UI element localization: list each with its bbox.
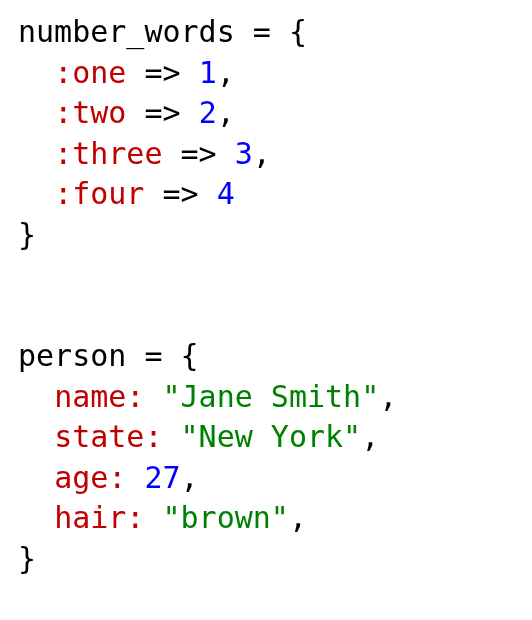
open-brace: { (181, 338, 199, 373)
space (126, 460, 144, 495)
identifier: number_words (18, 14, 235, 49)
code-block: number_words = { :one => 1, :two => 2, :… (0, 0, 532, 591)
comma: , (379, 379, 397, 414)
symbol-key: hair: (54, 500, 144, 535)
line: age: 27, (18, 460, 199, 495)
identifier: person (18, 338, 126, 373)
line: :two => 2, (18, 95, 235, 130)
space (144, 500, 162, 535)
number-literal: 2 (199, 95, 217, 130)
number-literal: 3 (235, 136, 253, 171)
line: :one => 1, (18, 55, 235, 90)
space (144, 379, 162, 414)
string-literal: "brown" (163, 500, 289, 535)
comma: , (253, 136, 271, 171)
symbol-key: :one (54, 55, 126, 90)
comma: , (289, 500, 307, 535)
line: number_words = { (18, 14, 307, 49)
symbol-key: :three (54, 136, 162, 171)
symbol-key: age: (54, 460, 126, 495)
string-literal: "Jane Smith" (163, 379, 380, 414)
line: :three => 3, (18, 136, 271, 171)
number-literal: 1 (199, 55, 217, 90)
close-brace: } (18, 217, 36, 252)
line: } (18, 217, 36, 252)
line: state: "New York", (18, 419, 379, 454)
symbol-key: :four (54, 176, 144, 211)
hash-rocket: => (163, 136, 235, 171)
symbol-key: name: (54, 379, 144, 414)
close-brace: } (18, 541, 36, 576)
comma: , (181, 460, 199, 495)
number-literal: 4 (217, 176, 235, 211)
symbol-key: :two (54, 95, 126, 130)
line: name: "Jane Smith", (18, 379, 397, 414)
open-brace: { (289, 14, 307, 49)
comma: , (217, 95, 235, 130)
assign-op: = (126, 338, 180, 373)
space (163, 419, 181, 454)
line: person = { (18, 338, 199, 373)
symbol-key: state: (54, 419, 162, 454)
line: } (18, 541, 36, 576)
comma: , (217, 55, 235, 90)
hash-rocket: => (144, 176, 216, 211)
hash-rocket: => (126, 55, 198, 90)
number-literal: 27 (144, 460, 180, 495)
comma: , (361, 419, 379, 454)
line: hair: "brown", (18, 500, 307, 535)
hash-rocket: => (126, 95, 198, 130)
line: :four => 4 (18, 176, 235, 211)
assign-op: = (235, 14, 289, 49)
string-literal: "New York" (181, 419, 362, 454)
